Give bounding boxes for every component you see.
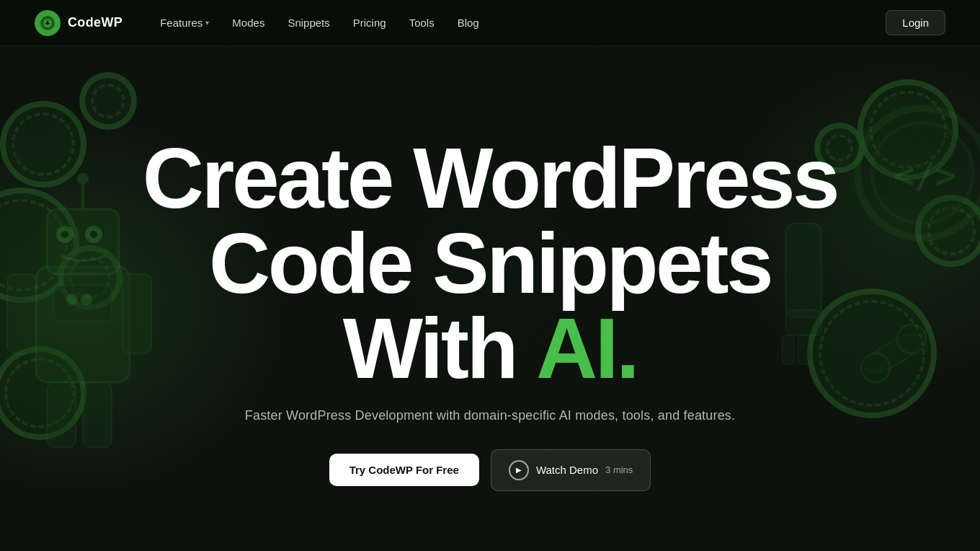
chevron-down-icon: ▾: [205, 19, 209, 27]
headline-line-2: Code Snippets: [143, 221, 837, 306]
navbar: CodeWP Features ▾ Modes Snippets: [0, 0, 980, 46]
logo-text: CodeWP: [68, 15, 122, 30]
demo-duration: 3 mins: [605, 464, 633, 475]
nav-item-tools: Tools: [401, 12, 443, 33]
nav-item-features: Features ▾: [151, 12, 218, 33]
watch-demo-button[interactable]: ▶ Watch Demo 3 mins: [491, 449, 651, 491]
nav-link-blog[interactable]: Blog: [449, 12, 488, 33]
nav-item-modes: Modes: [223, 12, 273, 33]
nav-item-blog: Blog: [449, 12, 488, 33]
nav-link-snippets[interactable]: Snippets: [279, 12, 338, 33]
codewp-icon-svg: [40, 15, 55, 31]
logo-link[interactable]: CodeWP: [35, 10, 122, 36]
play-icon: ▶: [509, 460, 529, 480]
headline-ai-text: AI.: [536, 306, 637, 391]
try-free-button[interactable]: Try CodeWP For Free: [329, 454, 479, 486]
headline-with-text: With: [343, 306, 516, 391]
nav-link-tools[interactable]: Tools: [401, 12, 443, 33]
hero-headline: Create WordPress Code Snippets With AI.: [143, 136, 837, 391]
logo-icon: [35, 10, 61, 36]
headline-line-1: Create WordPress: [143, 136, 837, 221]
nav-link-modes[interactable]: Modes: [223, 12, 273, 33]
nav-link-features[interactable]: Features ▾: [151, 12, 218, 33]
login-button[interactable]: Login: [886, 10, 945, 35]
hero-section: Create WordPress Code Snippets With AI. …: [0, 46, 980, 551]
svg-point-28: [45, 21, 46, 22]
navbar-left: CodeWP Features ▾ Modes Snippets: [35, 10, 488, 36]
hero-subtitle: Faster WordPress Development with domain…: [245, 408, 735, 423]
nav-item-snippets: Snippets: [279, 12, 338, 33]
demo-label: Watch Demo: [536, 464, 598, 476]
nav-item-pricing: Pricing: [344, 12, 395, 33]
headline-line-3: With AI.: [143, 306, 837, 391]
nav-link-pricing[interactable]: Pricing: [344, 12, 395, 33]
hero-actions: Try CodeWP For Free ▶ Watch Demo 3 mins: [329, 449, 651, 491]
svg-point-29: [48, 21, 50, 22]
nav-links: Features ▾ Modes Snippets Pricing: [151, 12, 488, 33]
